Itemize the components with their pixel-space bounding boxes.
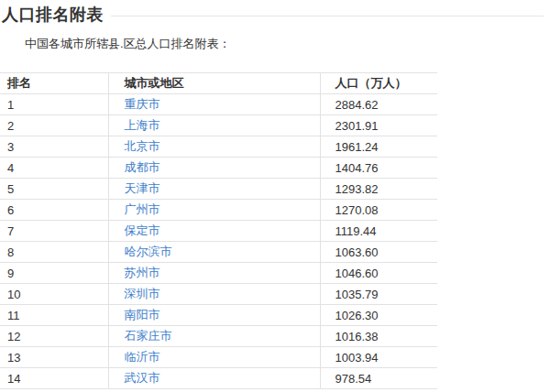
population-cell: 1003.94 — [320, 347, 437, 368]
city-cell: 上海市 — [108, 115, 320, 136]
table-row: 8 哈尔滨市 1063.60 — [0, 242, 437, 263]
population-cell: 1026.30 — [320, 305, 437, 326]
rank-cell: 1 — [0, 94, 108, 115]
table-row: 14 武汉市 978.54 — [0, 368, 437, 389]
table-row: 1 重庆市 2884.62 — [0, 94, 437, 115]
table-body: 1 重庆市 2884.62 2 上海市 2301.91 3 北京市 1961.2… — [0, 94, 437, 389]
table-row: 6 广州市 1270.08 — [0, 200, 437, 221]
subtitle: 中国各城市所辖县.区总人口排名附表： — [25, 37, 550, 50]
rank-cell: 14 — [0, 368, 108, 389]
table-row: 5 天津市 1293.82 — [0, 179, 437, 200]
city-link[interactable]: 临沂市 — [125, 350, 160, 364]
city-cell: 苏州市 — [108, 263, 320, 284]
rank-cell: 7 — [0, 221, 108, 242]
population-cell: 1035.79 — [320, 284, 437, 305]
rank-cell: 2 — [0, 115, 108, 136]
population-cell: 1961.24 — [320, 136, 437, 158]
population-cell: 1293.82 — [320, 179, 437, 200]
table-row: 4 成都市 1404.76 — [0, 158, 437, 179]
population-cell: 1119.44 — [320, 221, 437, 242]
title-row: 人口排名附表 — [0, 0, 550, 27]
header-population: 人口（万人） — [320, 73, 437, 94]
population-cell: 2301.91 — [320, 115, 437, 136]
city-link[interactable]: 成都市 — [125, 160, 160, 174]
rank-cell: 13 — [0, 347, 108, 368]
population-cell: 1270.08 — [320, 200, 437, 221]
city-cell: 保定市 — [108, 221, 320, 242]
population-cell: 1063.60 — [320, 242, 437, 263]
city-link[interactable]: 苏州市 — [125, 266, 160, 279]
city-cell: 哈尔滨市 — [108, 242, 320, 263]
table-row: 2 上海市 2301.91 — [0, 115, 437, 136]
city-link[interactable]: 哈尔滨市 — [125, 245, 172, 258]
table-row: 7 保定市 1119.44 — [0, 221, 437, 242]
table-row: 9 苏州市 1046.60 — [0, 263, 437, 284]
city-link[interactable]: 石家庄市 — [125, 329, 172, 343]
rank-cell: 3 — [0, 136, 108, 158]
city-cell: 重庆市 — [108, 94, 320, 115]
rank-cell: 8 — [0, 242, 108, 263]
city-link[interactable]: 武汉市 — [125, 371, 160, 385]
population-cell: 1016.38 — [320, 326, 437, 347]
city-cell: 北京市 — [108, 136, 320, 158]
city-link[interactable]: 上海市 — [125, 118, 160, 132]
city-link[interactable]: 重庆市 — [125, 97, 160, 111]
city-link[interactable]: 南阳市 — [125, 308, 160, 321]
table-row: 10 深圳市 1035.79 — [0, 284, 437, 305]
rank-cell: 11 — [0, 305, 108, 326]
rank-cell: 10 — [0, 284, 108, 305]
city-cell: 石家庄市 — [108, 326, 320, 347]
header-row: 排名 城市或地区 人口（万人） — [0, 73, 437, 94]
rank-cell: 9 — [0, 263, 108, 284]
city-cell: 成都市 — [108, 158, 320, 179]
table-row: 12 石家庄市 1016.38 — [0, 326, 437, 347]
table-row: 13 临沂市 1003.94 — [0, 347, 437, 368]
city-cell: 天津市 — [108, 179, 320, 200]
city-cell: 深圳市 — [108, 284, 320, 305]
city-link[interactable]: 深圳市 — [125, 287, 160, 300]
table-row: 3 北京市 1961.24 — [0, 136, 437, 158]
population-cell: 1046.60 — [320, 263, 437, 284]
rank-cell: 6 — [0, 200, 108, 221]
title-divider — [111, 16, 544, 16]
population-cell: 1404.76 — [320, 158, 437, 179]
city-cell: 临沂市 — [108, 347, 320, 368]
rank-cell: 5 — [0, 179, 108, 200]
city-link[interactable]: 天津市 — [125, 181, 160, 195]
city-link[interactable]: 北京市 — [125, 139, 160, 153]
rank-cell: 12 — [0, 326, 108, 347]
rank-cell: 4 — [0, 158, 108, 179]
city-cell: 南阳市 — [108, 305, 320, 326]
city-link[interactable]: 保定市 — [125, 223, 160, 237]
city-link[interactable]: 广州市 — [125, 202, 160, 216]
header-city: 城市或地区 — [108, 73, 320, 94]
page: 人口排名附表 中国各城市所辖县.区总人口排名附表： 排名 城市或地区 人口（万人… — [0, 0, 550, 392]
header-rank: 排名 — [0, 73, 108, 94]
city-cell: 武汉市 — [108, 368, 320, 389]
page-title: 人口排名附表 — [2, 4, 104, 26]
table-head: 排名 城市或地区 人口（万人） — [0, 73, 437, 94]
table-row: 11 南阳市 1026.30 — [0, 305, 437, 326]
population-cell: 978.54 — [320, 368, 437, 389]
population-table: 排名 城市或地区 人口（万人） 1 重庆市 2884.62 2 上海市 2301… — [0, 72, 437, 389]
city-cell: 广州市 — [108, 200, 320, 221]
population-cell: 2884.62 — [320, 94, 437, 115]
